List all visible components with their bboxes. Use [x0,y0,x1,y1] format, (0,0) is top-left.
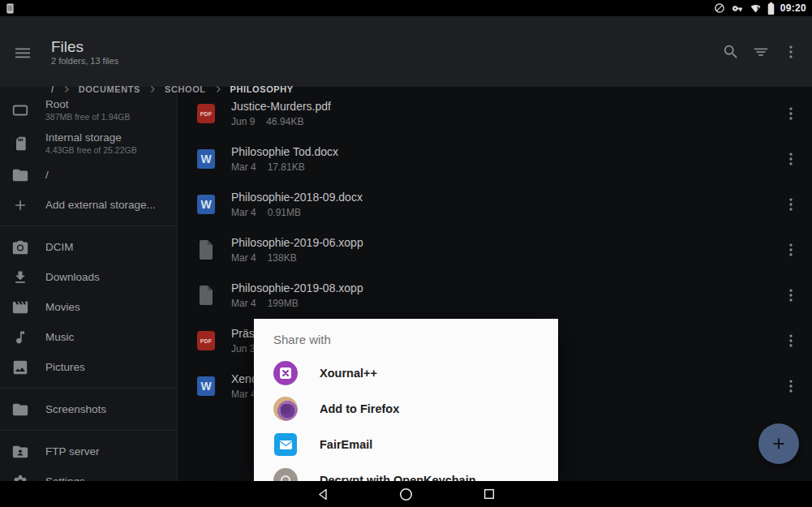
share-option-add-to-firefox[interactable]: Add to Firefox [254,391,558,427]
sidebar-item-text: Settings [45,475,85,481]
sidebar-item-downloads[interactable]: Downloads [0,262,177,292]
file-overflow-menu-icon[interactable] [781,376,801,396]
plus-icon [11,195,30,215]
sidebar-item-text: Downloads [45,271,100,283]
sidebar-item-label: / [45,169,49,181]
recents-button[interactable] [479,483,500,505]
breadcrumb-segment-item[interactable]: / [47,83,58,96]
sidebar-item-text: DCIM [45,241,74,253]
status-left-icons [6,2,15,15]
file-type-icon-wrap: PDF [195,329,217,352]
file-overflow-menu-icon[interactable] [781,104,801,123]
file-date: Jun 3 [231,343,255,354]
sidebar-item-label: Movies [45,301,80,313]
breadcrumb-segment-documents[interactable]: DOCUMENTS [75,83,144,96]
device-notification-icon [6,2,15,15]
music-note-icon [11,328,30,347]
battery-icon [767,2,775,15]
file-date: Mar 4 [231,298,256,309]
sidebar-item-label: FTP server [45,445,100,458]
search-icon[interactable] [721,42,741,62]
file-type-icon-wrap: W [195,193,217,216]
firefox-app-icon [273,397,298,421]
sidebar-item-music[interactable]: Music [0,322,177,352]
download-icon [11,268,30,287]
file-overflow-menu-icon[interactable] [781,286,801,305]
vpn-key-icon [731,3,744,14]
sidebar-item-movies[interactable]: Movies [0,292,177,322]
folder-icon [11,165,30,185]
sidebar-item-label: Music [45,331,74,343]
sidebar-item-settings[interactable]: Settings [0,466,177,481]
file-text: Philosophie-2018-09.docxMar 40.91MB [231,191,781,218]
wifi-alert-icon [750,3,762,14]
file-overflow-menu-icon[interactable] [781,195,801,214]
sidebar-item-text: Music [45,331,74,343]
home-button[interactable] [396,483,417,505]
sd-card-icon [11,134,30,153]
file-row-philosophie-2018-09-docx[interactable]: WPhilosophie-2018-09.docxMar 40.91MB [178,182,812,227]
file-type-icon-wrap [195,238,217,261]
share-option-decrypt-with-openkeychain[interactable]: Decrypt with OpenKeychain [254,462,558,481]
file-date: Mar 4 [231,207,256,218]
share-option-fairemail[interactable]: FairEmail [254,427,558,462]
file-row-philosophie-tod-docx[interactable]: WPhilosophie Tod.docxMar 417.81KB [178,136,812,182]
share-option-label: Add to Firefox [320,402,399,415]
file-meta: Jun 946.94KB [231,116,781,127]
file-type-icon-wrap [195,284,217,307]
share-dialog-title: Share with [254,319,558,346]
app-bar: Files 2 folders, 13 files /DOCUMENTSSCHO… [0,16,812,87]
sidebar-item-dcim[interactable]: DCIM [0,232,177,262]
appbar-actions [721,42,801,62]
breadcrumb-segment-philosophy[interactable]: PHILOSOPHY [226,83,298,96]
file-name: Philosophie-2018-09.docx [231,191,781,204]
back-button[interactable] [313,483,334,505]
file-type-icon-wrap: PDF [195,102,217,125]
folder-account-icon [11,442,30,462]
sidebar-item-text: Movies [45,301,80,313]
sidebar-item-text: Root387MB free of 1.94GB [45,98,130,122]
add-fab-button[interactable] [758,423,799,464]
file-overflow-menu-icon[interactable] [781,331,801,350]
file-row-philosophie-2019-06-xopp[interactable]: Philosophie-2019-06.xoppMar 4138KB [178,227,812,273]
overflow-menu-icon[interactable] [781,42,801,62]
share-option-xournal[interactable]: Xournal++ [254,355,558,391]
file-size: 138KB [268,252,297,264]
sidebar-item-item[interactable]: / [0,160,177,190]
breadcrumb-segment-school[interactable]: SCHOOL [161,83,210,96]
sidebar-item-screenshots[interactable]: Screenshots [0,394,177,424]
sort-icon[interactable] [751,42,771,62]
chevron-right-icon [213,84,223,94]
sidebar-item-ftp-server[interactable]: FTP server [0,436,177,466]
camera-icon [11,238,30,257]
sidebar-item-add-external-storage[interactable]: Add external storage... [0,190,177,220]
plus-icon [770,435,788,453]
word-file-icon: W [197,149,215,169]
gear-icon [11,472,30,482]
hamburger-menu-icon[interactable] [13,43,32,62]
file-size: 46.94KB [266,116,303,127]
file-date: Mar 4 [231,252,256,264]
sidebar-item-root[interactable]: Root387MB free of 1.94GB [0,93,177,127]
sidebar-item-storage-info: 387MB free of 1.94GB [45,112,130,122]
hdd-icon [11,101,30,120]
file-date: Mar 4 [231,389,256,400]
file-row-philosophie-2019-08-xopp[interactable]: Philosophie-2019-08.xoppMar 4199MB [178,273,812,318]
file-overflow-menu-icon[interactable] [781,149,801,169]
status-bar: 09:20 [0,0,812,16]
file-size: 199MB [268,298,299,309]
movie-icon [11,298,30,317]
file-overflow-menu-icon[interactable] [781,240,801,260]
share-dialog: Share with Xournal++Add to FirefoxFairEm… [254,319,558,481]
file-row-justice-murders-pdf[interactable]: PDFJustice-Murders.pdfJun 946.94KB [178,91,812,136]
sidebar-divider [0,430,177,431]
sidebar-item-pictures[interactable]: Pictures [0,352,177,382]
sidebar-item-label: Settings [45,475,85,481]
sidebar-item-storage-info: 4.43GB free of 25.22GB [45,145,137,155]
navigation-bar [0,481,812,507]
folder-icon [11,400,30,419]
file-meta: Mar 417.81KB [231,161,781,173]
breadcrumb: /DOCUMENTSSCHOOLPHILOSOPHY [47,83,298,96]
sidebar-item-internal-storage[interactable]: Internal storage4.43GB free of 25.22GB [0,127,177,160]
file-size: 17.81KB [268,161,305,173]
